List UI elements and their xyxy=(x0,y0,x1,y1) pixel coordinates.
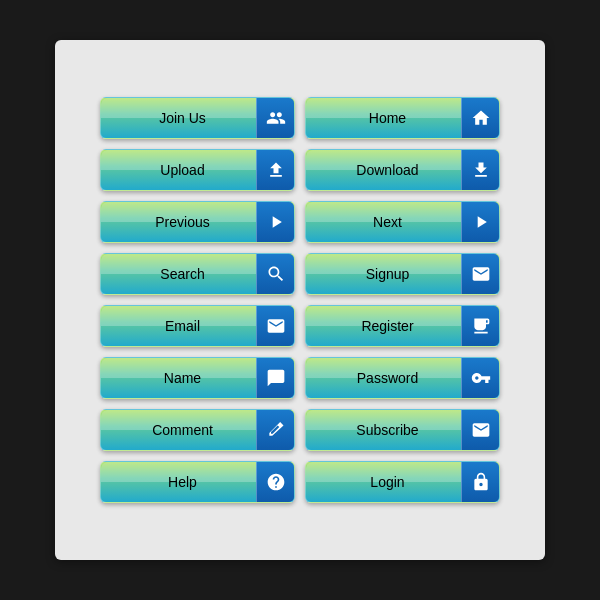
email-button[interactable]: Email xyxy=(100,305,295,347)
password-button[interactable]: Password xyxy=(305,357,500,399)
comment-icon xyxy=(256,409,294,451)
button-label: Password xyxy=(306,370,461,386)
download-button[interactable]: Download xyxy=(305,149,500,191)
register-icon xyxy=(461,305,499,347)
next-icon xyxy=(461,201,499,243)
join-icon xyxy=(256,97,294,139)
button-grid: Join UsHomeUploadDownloadPreviousNextSea… xyxy=(80,77,520,523)
next-button[interactable]: Next xyxy=(305,201,500,243)
subscribe-icon xyxy=(461,409,499,451)
button-label: Home xyxy=(306,110,461,126)
home-button[interactable]: Home xyxy=(305,97,500,139)
login-icon xyxy=(461,461,499,503)
signup-icon xyxy=(461,253,499,295)
button-label: Register xyxy=(306,318,461,334)
previous-button[interactable]: Previous xyxy=(100,201,295,243)
button-label: Name xyxy=(101,370,256,386)
password-icon xyxy=(461,357,499,399)
upload-button[interactable]: Upload xyxy=(100,149,295,191)
previous-icon xyxy=(256,201,294,243)
button-label: Upload xyxy=(101,162,256,178)
button-label: Next xyxy=(306,214,461,230)
email-icon xyxy=(256,305,294,347)
button-label: Comment xyxy=(101,422,256,438)
button-label: Help xyxy=(101,474,256,490)
subscribe-button[interactable]: Subscribe xyxy=(305,409,500,451)
login-button[interactable]: Login xyxy=(305,461,500,503)
register-button[interactable]: Register xyxy=(305,305,500,347)
help-button[interactable]: Help xyxy=(100,461,295,503)
download-icon xyxy=(461,149,499,191)
help-icon xyxy=(256,461,294,503)
button-label: Search xyxy=(101,266,256,282)
name-icon xyxy=(256,357,294,399)
search-icon xyxy=(256,253,294,295)
button-label: Join Us xyxy=(101,110,256,126)
button-label: Previous xyxy=(101,214,256,230)
home-icon xyxy=(461,97,499,139)
name-button[interactable]: Name xyxy=(100,357,295,399)
main-card: Join UsHomeUploadDownloadPreviousNextSea… xyxy=(55,40,545,560)
button-label: Download xyxy=(306,162,461,178)
button-label: Subscribe xyxy=(306,422,461,438)
upload-icon xyxy=(256,149,294,191)
comment-button[interactable]: Comment xyxy=(100,409,295,451)
button-label: Signup xyxy=(306,266,461,282)
button-label: Login xyxy=(306,474,461,490)
button-label: Email xyxy=(101,318,256,334)
search-button[interactable]: Search xyxy=(100,253,295,295)
signup-button[interactable]: Signup xyxy=(305,253,500,295)
join-us-button[interactable]: Join Us xyxy=(100,97,295,139)
